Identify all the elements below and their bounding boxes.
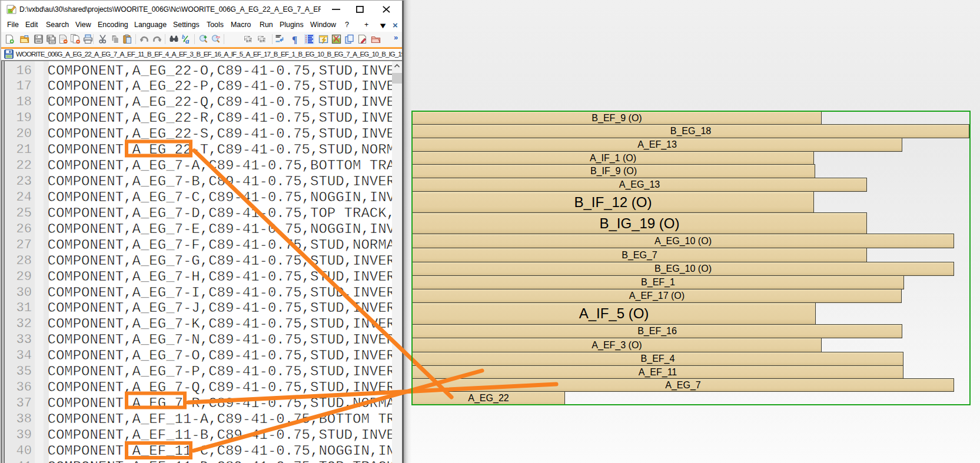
svg-text:b: b [182, 34, 185, 40]
svg-text:¶: ¶ [292, 34, 297, 44]
